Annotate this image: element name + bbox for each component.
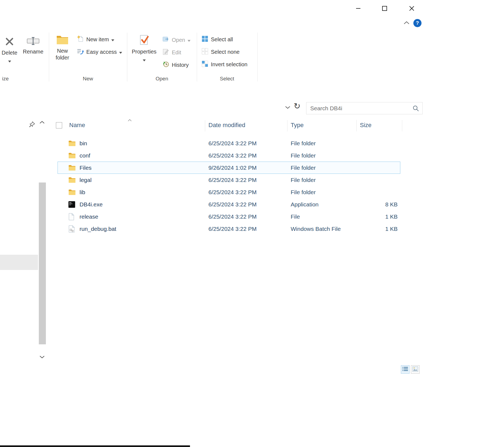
search-input[interactable] — [306, 102, 413, 114]
thumbnails-view-icon — [412, 366, 418, 373]
delete-label: Delete — [2, 49, 17, 56]
folder-icon — [68, 153, 76, 159]
new-folder-button[interactable]: New folder — [52, 35, 73, 61]
column-header-name[interactable]: Name — [69, 122, 85, 129]
file-name: release — [80, 210, 98, 223]
file-size: 1 KB — [356, 223, 398, 235]
file-date-modified: 6/25/2024 3:22 PM — [208, 149, 256, 162]
new-item-icon — [77, 35, 84, 44]
file-size: 8 KB — [356, 198, 398, 210]
select-none-icon — [201, 48, 208, 56]
open-button[interactable]: Open — [162, 35, 191, 45]
bat-icon — [68, 225, 75, 232]
easy-access-label: Easy access — [86, 49, 117, 55]
column-header-size[interactable]: Size — [360, 122, 372, 129]
ribbon-group-select-label: Select — [197, 76, 257, 82]
delete-icon — [4, 36, 15, 48]
file-row[interactable]: conf6/25/2024 3:22 PMFile folder — [0, 149, 402, 162]
maximize-button[interactable] — [379, 3, 391, 14]
select-none-button[interactable]: Select none — [201, 47, 240, 56]
file-type: File folder — [291, 174, 316, 186]
search-icon[interactable] — [413, 105, 419, 112]
refresh-button[interactable]: ↻ — [294, 102, 300, 110]
scrollbar-thumb[interactable] — [39, 182, 46, 344]
file-row[interactable]: run_debug.bat6/25/2024 3:22 PMWindows Ba… — [0, 223, 402, 235]
file-row[interactable]: lib6/25/2024 3:22 PMFile folder — [0, 186, 402, 198]
minimize-button[interactable] — [352, 3, 364, 14]
file-name: DB4i.exe — [80, 198, 103, 210]
edit-button[interactable]: Edit — [162, 48, 181, 57]
edit-label: Edit — [172, 49, 181, 56]
details-view-button[interactable] — [401, 365, 410, 374]
edit-icon — [162, 48, 169, 57]
dropdown-caret-icon — [143, 56, 146, 63]
folder-icon — [68, 189, 76, 195]
file-icon — [68, 213, 74, 220]
pin-button[interactable] — [29, 121, 35, 128]
select-all-label: Select all — [211, 36, 233, 43]
new-folder-icon — [56, 35, 69, 46]
dropdown-caret-icon — [119, 49, 122, 55]
invert-selection-icon — [201, 60, 208, 69]
file-row[interactable]: release6/25/2024 3:22 PMFile1 KB — [0, 210, 402, 223]
file-name: lib — [80, 186, 85, 198]
file-date-modified: 9/26/2024 1:02 PM — [208, 162, 256, 174]
pin-icon — [29, 124, 35, 128]
sort-chevron-icon — [128, 118, 132, 122]
file-name: bin — [80, 137, 87, 149]
column-header-type[interactable]: Type — [291, 122, 304, 129]
chevron-up-icon — [39, 121, 45, 125]
column-divider — [205, 120, 205, 131]
ribbon-group-organize-label: ize — [0, 76, 11, 82]
collapse-ribbon-button[interactable] — [402, 19, 411, 27]
properties-button[interactable]: Properties — [131, 35, 157, 63]
file-date-modified: 6/25/2024 3:22 PM — [208, 210, 256, 223]
open-icon — [162, 36, 169, 44]
file-row[interactable]: DB4i.exe6/25/2024 3:22 PMApplication8 KB — [0, 198, 402, 210]
new-folder-label-line2: folder — [56, 55, 69, 61]
file-name: run_debug.bat — [80, 223, 116, 235]
folder-icon — [68, 140, 76, 146]
file-list-rows: bin6/25/2024 3:22 PMFile folderconf6/25/… — [0, 137, 402, 235]
bottom-edge-strip — [0, 445, 190, 447]
file-date-modified: 6/25/2024 3:22 PM — [208, 223, 256, 235]
thumbnails-view-button[interactable] — [411, 365, 420, 374]
rename-button[interactable]: Rename — [21, 36, 45, 55]
file-row[interactable]: legal6/25/2024 3:22 PMFile folder — [0, 174, 402, 186]
new-item-label: New item — [86, 36, 109, 43]
chevron-down-icon — [285, 106, 290, 110]
file-row[interactable]: bin6/25/2024 3:22 PMFile folder — [0, 137, 402, 149]
history-label: History — [172, 62, 189, 68]
history-button[interactable]: History — [162, 60, 189, 70]
file-type: File — [291, 210, 300, 223]
rename-label: Rename — [23, 48, 43, 55]
help-button[interactable]: ? — [413, 19, 421, 27]
ribbon-divider — [257, 33, 258, 81]
file-date-modified: 6/25/2024 3:22 PM — [208, 137, 256, 149]
folder-icon — [68, 165, 76, 171]
file-type: File folder — [291, 186, 316, 198]
invert-selection-button[interactable]: Invert selection — [201, 60, 248, 69]
invert-selection-label: Invert selection — [211, 61, 248, 68]
easy-access-button[interactable]: Easy access — [77, 47, 122, 56]
close-button[interactable] — [406, 3, 418, 14]
file-row[interactable]: Files9/26/2024 1:02 PMFile folder — [0, 162, 402, 174]
new-folder-label-line1: New — [57, 48, 68, 54]
column-header-date-modified[interactable]: Date modified — [208, 122, 245, 129]
rename-icon — [27, 36, 39, 47]
select-all-checkbox[interactable] — [56, 122, 62, 128]
scrollbar-down-button[interactable] — [39, 355, 45, 359]
new-item-button[interactable]: New item — [77, 35, 114, 44]
delete-button[interactable]: Delete — [0, 36, 19, 64]
ribbon-group-open-label: Open — [127, 76, 196, 82]
column-divider — [402, 120, 402, 131]
scrollbar-up-button[interactable] — [39, 121, 45, 125]
chevron-down-icon — [39, 355, 45, 359]
exe-icon — [68, 201, 75, 208]
search-box — [306, 102, 423, 114]
select-all-button[interactable]: Select all — [201, 35, 233, 44]
dropdown-caret-icon — [8, 58, 11, 64]
file-name: Files — [80, 162, 91, 174]
ribbon-group-new-label: New — [49, 76, 127, 82]
address-dropdown-button[interactable] — [285, 106, 290, 110]
